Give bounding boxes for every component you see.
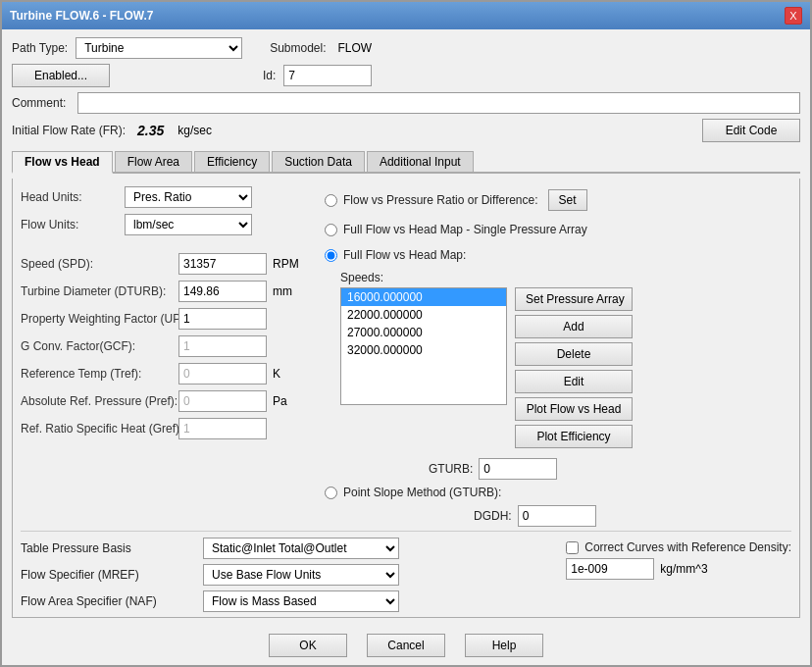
gturb-row: GTURB: — [325, 458, 791, 480]
ref-temp-input[interactable] — [178, 363, 267, 385]
radio3-row: Full Flow vs Head Map: — [325, 248, 791, 262]
ref-ratio-input[interactable] — [178, 418, 267, 439]
right-column: Flow vs Pressure Ratio or Difference: Se… — [325, 186, 791, 527]
bottom-left: Table Pressure Basis Static@Inlet Total@… — [21, 538, 556, 618]
two-column-layout: Head Units: Pres. Ratio Flow Units: lbm/… — [21, 186, 791, 527]
speed-item-1[interactable]: 22000.000000 — [341, 306, 506, 324]
edit-button[interactable]: Edit — [515, 370, 633, 393]
comment-label: Comment: — [12, 96, 66, 110]
radio1-label: Flow vs Pressure Ratio or Difference: — [343, 193, 538, 207]
density-unit: kg/mm^3 — [660, 562, 707, 576]
enabled-row: Enabled... Id: — [12, 64, 800, 87]
radio-full-flow[interactable] — [325, 249, 337, 262]
turbine-diam-unit: mm — [273, 284, 292, 298]
flow-units-row: Flow Units: lbm/sec — [21, 214, 315, 235]
set-button[interactable]: Set — [548, 189, 587, 211]
table-pressure-label: Table Pressure Basis — [21, 541, 197, 555]
speed-input[interactable] — [178, 253, 267, 275]
point-slope-label: Point Slope Method (GTURB): — [343, 486, 501, 499]
speed-item-0[interactable]: 16000.000000 — [341, 288, 506, 306]
title-bar: Turbine FLOW.6 - FLOW.7 X — [2, 2, 810, 29]
point-slope-row: Point Slope Method (GTURB): — [325, 486, 791, 499]
g-conv-row: G Conv. Factor(GCF): — [21, 335, 315, 357]
comment-row: Comment: — [12, 92, 800, 114]
head-units-select[interactable]: Pres. Ratio — [125, 186, 252, 208]
initial-flow-value: 2.35 — [137, 123, 164, 138]
cancel-button[interactable]: Cancel — [367, 634, 445, 657]
ref-ratio-label: Ref. Ratio Specific Heat (Gref): — [21, 422, 173, 436]
close-button[interactable]: X — [785, 7, 802, 25]
flow-units-select[interactable]: lbm/sec — [125, 214, 252, 235]
plot-efficiency-button[interactable]: Plot Efficiency — [515, 425, 633, 448]
tab-flow-area[interactable]: Flow Area — [115, 151, 192, 172]
turbine-diam-input[interactable] — [178, 281, 267, 302]
flow-specifier-row: Flow Specifier (MREF) Use Base Flow Unit… — [21, 564, 556, 586]
radio1-row: Flow vs Pressure Ratio or Difference: Se… — [325, 189, 791, 211]
speed-label: Speed (SPD): — [21, 257, 173, 271]
table-pressure-row: Table Pressure Basis Static@Inlet Total@… — [21, 538, 556, 559]
speed-item-2[interactable]: 27000.000000 — [341, 324, 506, 341]
id-input[interactable] — [283, 65, 372, 86]
radio3-label: Full Flow vs Head Map: — [343, 248, 466, 262]
speeds-buttons: Set Pressure Array Add Delete Edit Plot … — [515, 287, 633, 448]
speeds-header: Speeds: — [340, 271, 791, 284]
tabs: Flow vs Head Flow Area Efficiency Suctio… — [12, 151, 800, 174]
table-pressure-select[interactable]: Static@Inlet Total@Outlet — [203, 538, 399, 559]
window-title: Turbine FLOW.6 - FLOW.7 — [10, 9, 153, 23]
turbine-diam-row: Turbine Diameter (DTURB): mm — [21, 281, 315, 302]
abs-ref-row: Absolute Ref. Pressure (Pref): Pa — [21, 390, 315, 412]
add-button[interactable]: Add — [515, 315, 633, 338]
flow-area-select[interactable]: Flow is Mass Based — [203, 590, 399, 612]
correct-curves-label: Correct Curves with Reference Density: — [584, 540, 791, 554]
flow-units-label: Flow Units: — [21, 218, 119, 231]
density-input[interactable] — [566, 558, 654, 580]
speeds-layout: 16000.000000 22000.000000 27000.000000 3… — [340, 287, 791, 448]
ok-button[interactable]: OK — [269, 634, 347, 657]
radio-pressure-ratio[interactable] — [325, 194, 337, 207]
set-pressure-array-button[interactable]: Set Pressure Array — [515, 287, 633, 311]
tab-flow-vs-head[interactable]: Flow vs Head — [12, 151, 113, 174]
dgdh-label: DGDH: — [474, 509, 512, 523]
footer: OK Cancel Help — [2, 626, 810, 665]
radio-point-slope[interactable] — [325, 487, 337, 499]
id-label: Id: — [263, 69, 276, 82]
speeds-section: Speeds: 16000.000000 22000.000000 27000.… — [340, 271, 791, 448]
comment-input[interactable] — [77, 92, 800, 114]
abs-ref-label: Absolute Ref. Pressure (Pref): — [21, 394, 173, 408]
edit-code-button[interactable]: Edit Code — [702, 119, 800, 142]
delete-button[interactable]: Delete — [515, 342, 633, 366]
initial-flow-unit: kg/sec — [178, 124, 212, 137]
tab-suction-data[interactable]: Suction Data — [272, 151, 365, 172]
g-conv-input[interactable] — [178, 335, 267, 357]
density-row: kg/mm^3 — [566, 558, 791, 580]
enabled-button[interactable]: Enabled... — [12, 64, 110, 87]
flow-specifier-label: Flow Specifier (MREF) — [21, 568, 197, 582]
tab-additional-input[interactable]: Additional Input — [367, 151, 474, 172]
property-weight-input[interactable] — [178, 308, 267, 330]
radio-single-pressure[interactable] — [325, 224, 337, 236]
abs-ref-input[interactable] — [178, 390, 267, 412]
dgdh-input[interactable] — [518, 505, 596, 527]
help-button[interactable]: Help — [465, 634, 543, 657]
submodel-value: FLOW — [338, 41, 373, 55]
tab-efficiency[interactable]: Efficiency — [194, 151, 270, 172]
speed-item-3[interactable]: 32000.000000 — [341, 341, 506, 359]
gturb-input[interactable] — [479, 458, 557, 480]
plot-flow-head-button[interactable]: Plot Flow vs Head — [515, 397, 633, 421]
radio2-row: Full Flow vs Head Map - Single Pressure … — [325, 223, 791, 236]
flow-specifier-select[interactable]: Use Base Flow Units — [203, 564, 399, 586]
head-units-row: Head Units: Pres. Ratio — [21, 186, 315, 208]
bottom-section: Table Pressure Basis Static@Inlet Total@… — [21, 531, 791, 618]
correct-curves-checkbox[interactable] — [566, 541, 579, 554]
initial-flow-row: Initial Flow Rate (FR): 2.35 kg/sec Edit… — [12, 119, 800, 142]
property-weight-label: Property Weighting Factor (UPF): — [21, 312, 173, 326]
path-type-label: Path Type: — [12, 41, 68, 55]
path-type-select[interactable]: Turbine — [76, 37, 242, 59]
flow-area-row: Flow Area Specifier (NAF) Flow is Mass B… — [21, 590, 556, 612]
ref-temp-row: Reference Temp (Tref): K — [21, 363, 315, 385]
speeds-list[interactable]: 16000.000000 22000.000000 27000.000000 3… — [340, 287, 507, 405]
ref-temp-label: Reference Temp (Tref): — [21, 367, 173, 381]
ref-temp-unit: K — [273, 367, 280, 381]
submodel-label: Submodel: — [270, 41, 326, 55]
abs-ref-unit: Pa — [273, 394, 287, 408]
